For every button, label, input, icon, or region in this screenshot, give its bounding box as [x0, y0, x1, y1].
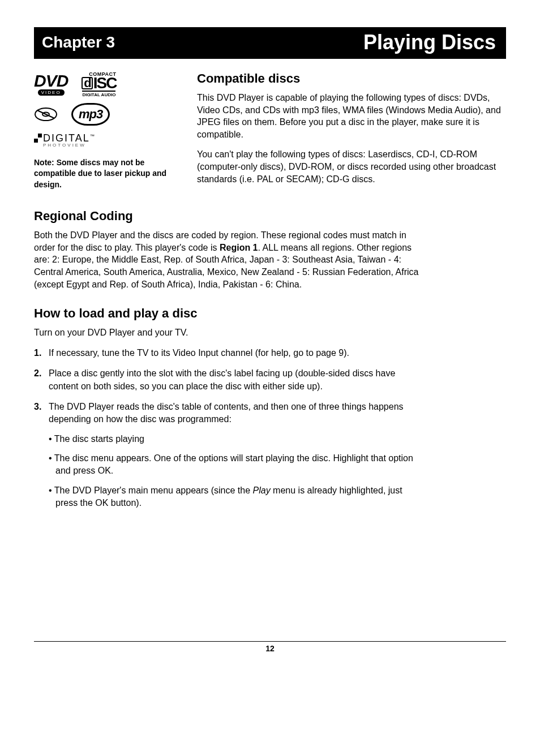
compatible-discs-p1: This DVD Player is capable of playing th… [197, 92, 506, 140]
bullet-3: The DVD Player's main menu appears (sinc… [49, 484, 425, 510]
step-3-bullets: The disc starts playing The disc menu ap… [49, 433, 425, 510]
compatible-discs-heading: Compatible discs [197, 71, 506, 86]
regional-coding-heading: Regional Coding [34, 209, 506, 224]
how-to-steps: 1. If necessary, tune the TV to its Vide… [34, 347, 425, 517]
regional-coding-body: Both the DVD Player and the discs are co… [34, 229, 425, 290]
mp3-logo: mp3 [71, 103, 110, 126]
bullet-1: The disc starts playing [49, 433, 425, 445]
how-to-intro: Turn on your DVD Player and your TV. [34, 327, 425, 339]
page-number: 12 [265, 644, 275, 653]
digital-squares-icon [34, 134, 42, 143]
step-2: 2. Place a disc gently into the slot wit… [34, 367, 425, 393]
page-footer: 12 [34, 641, 506, 653]
step-3: 3. The DVD Player reads the disc's table… [34, 401, 425, 517]
compatible-discs-section: Compatible discs This DVD Player is capa… [197, 71, 506, 193]
disc-icon [34, 106, 58, 123]
how-to-load-heading: How to load and play a disc [34, 306, 506, 321]
chapter-header: Chapter 3 Playing Discs [34, 27, 506, 59]
chapter-title: Playing Discs [363, 31, 496, 54]
compact-disc-logo: COMPACT dISC DIGITAL AUDIO [82, 71, 116, 97]
compatibility-note: Note: Some discs may not be compatible d… [34, 157, 181, 191]
chapter-number: Chapter 3 [42, 33, 115, 51]
logos-column: DVD VIDEO COMPACT dISC DIGITAL AUDIO mp3 [34, 71, 181, 193]
step-1: 1. If necessary, tune the TV to its Vide… [34, 347, 425, 359]
compatible-discs-p2: You can't play the following types of di… [197, 148, 506, 185]
dvd-video-logo: DVD VIDEO [34, 73, 68, 96]
digital-photoview-logo: DIGITAL™ PHOTOVIEW [34, 134, 181, 147]
bullet-2: The disc menu appears. One of the option… [49, 452, 425, 478]
